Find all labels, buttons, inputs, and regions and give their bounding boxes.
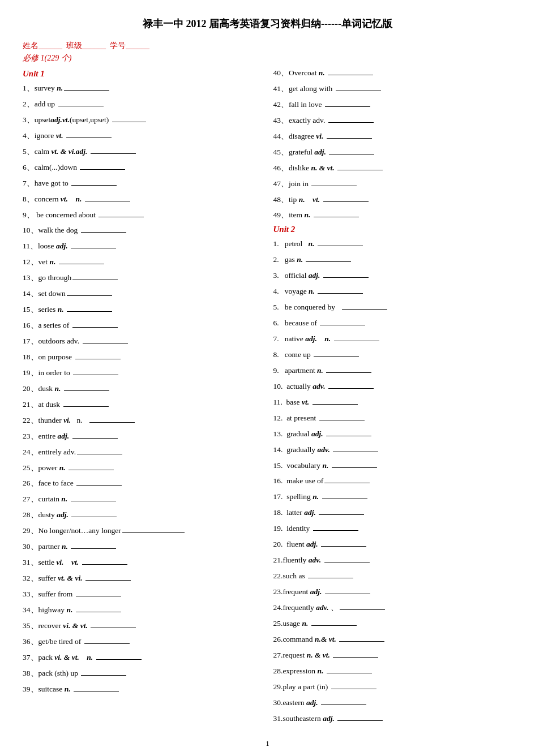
list-item: 15. vocabulary n. — [273, 459, 513, 472]
list-item: 20、dusk n. — [23, 383, 262, 396]
list-item: 10. actually adv. — [273, 380, 513, 393]
list-item: 37、pack vi. & vt. n. — [23, 651, 262, 664]
list-item: 40、Overcoat n. — [273, 67, 513, 80]
list-item: 12、vet n. — [23, 256, 262, 269]
list-item: 38、pack (sth) up — [23, 667, 262, 680]
list-item: 27、curtain n. — [23, 493, 262, 506]
list-item: 1. petrol n. — [273, 238, 513, 251]
list-item: 17、outdoors adv. — [23, 335, 262, 348]
list-item: 4. voyage n. — [273, 285, 513, 298]
list-item: 28、dusty adj. — [23, 509, 262, 522]
page-number: 1 — [23, 739, 512, 748]
list-item: 36、get/be tired of — [23, 635, 262, 648]
list-item: 2、add up — [23, 98, 262, 111]
list-item: 29.play a part (in) — [273, 681, 513, 694]
list-item: 8. come up — [273, 349, 513, 362]
list-item: 3. official adj. — [273, 269, 513, 282]
list-item: 5、calm vt. & vi.adj. — [23, 145, 262, 158]
list-item: 28.expression n. — [273, 665, 513, 678]
list-item: 7. native adj. n. — [273, 333, 513, 346]
list-item: 5. be conquered by — [273, 301, 513, 314]
list-item: 21、at dusk — [23, 398, 262, 411]
list-item: 29、No longer/not…any longer — [23, 525, 262, 538]
list-item: 2. gas n. — [273, 254, 513, 267]
list-item: 25、power n. — [23, 462, 262, 475]
list-item: 47、join in — [273, 178, 513, 191]
list-item: 6、calm(...)down — [23, 161, 262, 174]
list-item: 19. identity — [273, 522, 513, 535]
list-item: 41、get along with — [273, 83, 513, 96]
list-item: 23、entire adj. — [23, 430, 262, 443]
list-item: 43、exactly adv. — [273, 114, 513, 127]
list-item: 33、suffer from — [23, 588, 262, 601]
list-item: 3、upsetadj.vt.(upset,upset) — [23, 114, 262, 127]
list-item: 15、series n. — [23, 303, 262, 316]
list-item: 11、loose adj. — [23, 240, 262, 253]
name-label: 姓名______ — [23, 41, 62, 50]
list-item: 14、set down — [23, 287, 262, 300]
list-item: 31、settle vi. vt. — [23, 556, 262, 569]
list-item: 49、item n. — [273, 209, 513, 222]
list-item: 19、in order to — [23, 367, 262, 380]
list-item: 20. fluent adj. — [273, 538, 513, 551]
left-column: Unit 1 1、survey n. 2、add up 3、upsetadj.v… — [23, 67, 268, 728]
right-column: 40、Overcoat n. 41、get along with 42、fall… — [268, 67, 513, 728]
list-item: 23.frequent adj. — [273, 586, 513, 599]
list-item: 30、partner n. — [23, 540, 262, 553]
list-item: 17. spelling n. — [273, 491, 513, 504]
list-item: 44、disagree vi. — [273, 130, 513, 143]
list-item: 18、on purpose — [23, 351, 262, 364]
list-item: 46、dislike n. & vt. — [273, 162, 513, 175]
list-item: 16、a series of — [23, 319, 262, 332]
list-item: 39、suitcase n. — [23, 683, 262, 696]
list-item: 42、fall in love — [273, 98, 513, 111]
list-item: 22.such as — [273, 570, 513, 583]
list-item: 21.fluently adv. — [273, 554, 513, 567]
list-item: 9. apartment n. — [273, 364, 513, 377]
header-info: 姓名______ 班级______ 学号______ — [23, 41, 512, 51]
list-item: 22、thunder vi. n. — [23, 414, 262, 427]
class-label: 班级______ — [66, 41, 106, 50]
list-item: 13、go through — [23, 272, 262, 285]
id-label: 学号______ — [110, 41, 149, 50]
list-item: 45、grateful adj. — [273, 146, 513, 159]
page-title: 禄丰一中 2012 届高考英语复习资料归纳------单词记忆版 — [23, 17, 512, 31]
list-item: 31.southeastern adj. — [273, 712, 513, 725]
list-item: 48、tip n. vt. — [273, 194, 513, 207]
list-item: 6. because of — [273, 317, 513, 330]
required-label: 必修 1(229 个) — [23, 53, 512, 63]
list-item: 4、ignore vt. — [23, 130, 262, 143]
list-item: 27.request n. & vt. — [273, 649, 513, 662]
list-item: 34、highway n. — [23, 604, 262, 617]
list-item: 26.command n.& vt. — [273, 633, 513, 646]
content-area: Unit 1 1、survey n. 2、add up 3、upsetadj.v… — [23, 67, 512, 728]
list-item: 9、 be concerned about — [23, 209, 262, 222]
list-item: 35、recover vi. & vt. — [23, 620, 262, 633]
list-item: 10、walk the dog — [23, 224, 262, 237]
list-item: 11. base vt. — [273, 396, 513, 409]
list-item: 8、concern vt. n. — [23, 193, 262, 206]
unit2-label: Unit 2 — [273, 225, 513, 234]
list-item: 32、suffer vt. & vi. — [23, 572, 262, 585]
list-item: 16. make use of — [273, 475, 513, 488]
list-item: 25.usage n. — [273, 617, 513, 630]
list-item: 14. gradually adv. — [273, 444, 513, 457]
list-item: 12. at present — [273, 412, 513, 425]
list-item: 7、have got to — [23, 177, 262, 190]
unit1-label: Unit 1 — [23, 69, 262, 79]
list-item: 30.eastern adj. — [273, 697, 513, 710]
list-item: 18. latter adj. — [273, 506, 513, 519]
list-item: 1、survey n. — [23, 82, 262, 95]
list-item: 26、face to face — [23, 477, 262, 490]
list-item: 24、entirely adv. — [23, 446, 262, 459]
list-item: 24.frequently adv. 、 — [273, 602, 513, 615]
list-item: 13. gradual adj. — [273, 428, 513, 441]
